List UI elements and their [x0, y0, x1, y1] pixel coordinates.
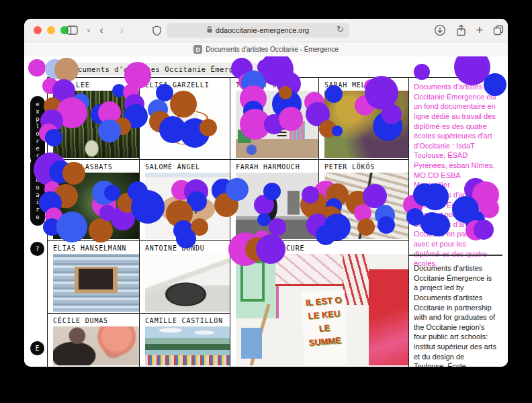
artist-image [324, 91, 408, 158]
new-tab-icon[interactable]: + [472, 24, 487, 37]
artist-image [53, 173, 139, 239]
artist-card[interactable]: ELISA GARZELLI [140, 78, 230, 160]
nav-annuaire[interactable]: a n n u a i r e [30, 157, 45, 226]
artist-image [53, 254, 139, 312]
artist-image [145, 173, 230, 239]
artist-image [236, 173, 318, 239]
browser-window: ∨ ‹ › ddaoccitanie-emergence.org ↻ + D D… [24, 19, 508, 367]
artist-card[interactable]: THIBAUT GARCIA [230, 78, 319, 160]
artist-name: SARAH MELENS [319, 78, 408, 91]
artist-name: PETER LÖKÖS [319, 160, 408, 173]
sidebar-text-en: Documents d'artistes Occitanie Émergence… [409, 259, 502, 367]
favicon: D [193, 45, 202, 54]
url-text: ddaoccitanie-emergence.org [216, 26, 309, 34]
installation-fabric [343, 254, 369, 305]
artist-name: ELIAS HANSELMANN [48, 241, 139, 254]
sidebar: Documents d'artistes Occitanie Émergence… [408, 77, 502, 367]
artist-name: MAIA LEE [48, 78, 139, 91]
artist-name: SALOMÉ ÁNGEL [140, 160, 230, 173]
artist-card[interactable]: MORGANE LESCUREIL EST OLE KEULESUMME [230, 241, 409, 367]
edition-button[interactable]: E [30, 341, 44, 355]
artist-card[interactable]: FANNY LASBATS [48, 160, 140, 241]
artist-name: ANTOINE BONDU [140, 241, 230, 254]
sidebar-divider [409, 255, 502, 256]
artist-card[interactable]: SALOMÉ ÁNGEL [140, 160, 230, 241]
artist-name: ELISA GARZELLI [140, 78, 230, 91]
shield-icon[interactable] [149, 24, 164, 37]
download-icon[interactable] [433, 24, 447, 37]
decorative-circle [28, 59, 46, 77]
installation-fabric [236, 254, 279, 318]
artist-card[interactable]: SARAH MELENS [319, 78, 409, 160]
artist-name: MORGANE LESCURE [230, 241, 408, 254]
artist-name: FANNY LASBATS [48, 160, 139, 173]
sidebar-icon[interactable] [64, 24, 79, 37]
artist-image [145, 326, 230, 365]
artist-image: IL EST OLE KEULESUMME [236, 254, 408, 365]
browser-toolbar: ∨ ‹ › ddaoccitanie-emergence.org ↻ + [24, 19, 508, 42]
traffic-light-yellow[interactable] [47, 26, 55, 34]
traffic-light-red[interactable] [34, 26, 42, 34]
nav-explorer[interactable]: e x p l o r e r [30, 96, 45, 165]
sidebar-text-fr: Documents d'artistes Occitanie Émergence… [409, 78, 502, 273]
artist-image [53, 326, 139, 365]
installation-fabric [369, 269, 408, 365]
artist-grid: MAIA LEEELISA GARZELLITHIBAUT GARCIASARA… [47, 77, 408, 367]
artist-card[interactable]: ANTOINE BONDU [140, 241, 230, 314]
installation-fabric [241, 328, 262, 359]
reload-icon[interactable]: ↻ [337, 24, 344, 34]
artist-name: CAMILLE CASTILLON [140, 314, 230, 326]
artist-image [53, 91, 139, 158]
tab-overview-icon[interactable] [491, 24, 506, 37]
forward-icon[interactable]: › [114, 24, 129, 37]
artist-name: FARAH HARMOUCH [230, 160, 318, 173]
artist-card[interactable]: CÉCILE DUMAS [48, 314, 140, 367]
installation-banner: IL EST OLE KEULESUMME [302, 290, 347, 365]
artist-image [145, 91, 230, 158]
tab-bar[interactable]: D Documents d'artistes Occitanie - Emerg… [24, 42, 508, 57]
artist-image [145, 254, 230, 312]
artist-card[interactable]: MAIA LEE [48, 78, 140, 160]
help-button[interactable]: ? [30, 242, 44, 256]
lock-icon [207, 26, 212, 34]
artist-image [324, 173, 408, 239]
artist-name: CÉCILE DUMAS [48, 314, 139, 326]
artist-image [236, 91, 318, 158]
artist-card[interactable]: ELIAS HANSELMANN [48, 241, 140, 314]
artist-card[interactable]: PETER LÖKÖS [319, 160, 409, 241]
page-content: Documents d'artistes Occitanie Émergence… [24, 56, 508, 367]
tab-title: Documents d'artistes Occitanie - Emergen… [206, 46, 339, 53]
address-bar[interactable]: ddaoccitanie-emergence.org ↻ [167, 23, 349, 38]
site-title[interactable]: Documents d'artistes Occitanie Émergence [59, 63, 261, 75]
artist-name: THIBAUT GARCIA [230, 78, 318, 91]
back-icon[interactable]: ‹ [94, 24, 109, 37]
artist-card[interactable]: FARAH HARMOUCH [230, 160, 319, 241]
artist-card[interactable]: CAMILLE CASTILLON [140, 314, 230, 367]
share-icon[interactable] [453, 24, 468, 37]
